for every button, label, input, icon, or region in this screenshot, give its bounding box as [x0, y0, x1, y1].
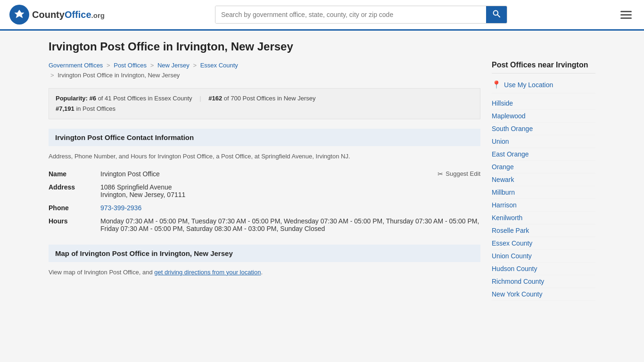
- map-desc-plain: View map of Irvington Post Office, and: [49, 269, 154, 276]
- sidebar-item-link-13[interactable]: Hudson County: [492, 265, 537, 272]
- logo-icon: [9, 5, 29, 25]
- map-desc-end: .: [261, 269, 263, 276]
- sidebar-item-link-11[interactable]: Essex County: [492, 239, 532, 247]
- sidebar-item-link-8[interactable]: Harrison: [492, 201, 517, 209]
- use-location: 📍 Use My Location: [492, 80, 595, 93]
- breadcrumb-current: Irvington Post Office in Irvington, New …: [58, 72, 180, 79]
- sidebar-item: Essex County: [492, 237, 595, 250]
- location-pin-icon: 📍: [492, 80, 501, 89]
- contact-section: Irvington Post Office Contact Informatio…: [49, 129, 480, 235]
- hours-label: Hours: [49, 214, 100, 235]
- sidebar-item-link-15[interactable]: New York County: [492, 290, 542, 298]
- sidebar-item: Newark: [492, 173, 595, 186]
- sidebar-item: Roselle Park: [492, 224, 595, 237]
- search-area: [215, 6, 507, 24]
- address-label: Address: [49, 181, 100, 201]
- sidebar-item: East Orange: [492, 148, 595, 161]
- breadcrumb-post-offices[interactable]: Post Offices: [114, 62, 147, 69]
- search-input-wrap: [215, 6, 507, 24]
- menu-bar-1: [620, 11, 632, 12]
- content-layout: Government Offices > Post Offices > New …: [49, 61, 595, 301]
- sidebar-item: Hillside: [492, 97, 595, 110]
- breadcrumb-nj[interactable]: New Jersey: [157, 62, 190, 69]
- phone-label: Phone: [49, 201, 100, 214]
- breadcrumb-gov-offices[interactable]: Government Offices: [49, 62, 103, 69]
- address-line2: Irvington, New Jersey, 07111: [100, 191, 480, 198]
- sidebar-item: Hudson County: [492, 263, 595, 275]
- search-input[interactable]: [215, 6, 486, 23]
- suggest-edit-button[interactable]: ✂ Suggest Edit: [438, 170, 480, 178]
- sidebar-list: HillsideMaplewoodSouth OrangeUnionEast O…: [492, 97, 595, 301]
- edit-icon: ✂: [438, 170, 443, 178]
- sidebar-item: Harrison: [492, 199, 595, 212]
- contact-description: Address, Phone Number, and Hours for Irv…: [49, 153, 480, 160]
- sidebar-item-link-4[interactable]: East Orange: [492, 150, 529, 158]
- use-my-location-link[interactable]: Use My Location: [504, 81, 553, 89]
- sidebar-item-link-14[interactable]: Richmond County: [492, 278, 544, 285]
- suggest-edit-label: Suggest Edit: [446, 170, 480, 177]
- sidebar-item: Union: [492, 135, 595, 148]
- sidebar: Post Offices near Irvington 📍 Use My Loc…: [492, 61, 595, 301]
- header: CountyOffice.org: [0, 0, 644, 31]
- phone-value[interactable]: 973-399-2936: [100, 204, 141, 212]
- breadcrumb: Government Offices > Post Offices > New …: [49, 61, 480, 81]
- sidebar-item-link-12[interactable]: Union County: [492, 252, 532, 260]
- map-section-header: Map of Irvington Post Office in Irvingto…: [49, 245, 480, 262]
- sidebar-item: Millburn: [492, 186, 595, 199]
- logo-area: CountyOffice.org: [9, 5, 105, 25]
- hours-value: Monday 07:30 AM - 05:00 PM, Tuesday 07:3…: [100, 217, 479, 232]
- map-description: View map of Irvington Post Office, and g…: [49, 269, 480, 276]
- sidebar-item-link-3[interactable]: Union: [492, 138, 509, 145]
- page-title: Irvington Post Office in Irvington, New …: [49, 40, 595, 53]
- page-wrap: Irvington Post Office in Irvington, New …: [39, 31, 605, 310]
- sidebar-item: South Orange: [492, 123, 595, 135]
- contact-info-table: Name Irvington Post Office ✂ Suggest Edi…: [49, 167, 480, 235]
- sidebar-item-link-2[interactable]: South Orange: [492, 125, 533, 132]
- contact-section-header: Irvington Post Office Contact Informatio…: [49, 129, 480, 146]
- sidebar-item-link-6[interactable]: Newark: [492, 176, 514, 183]
- sidebar-item: Union County: [492, 250, 595, 263]
- sidebar-item: Maplewood: [492, 110, 595, 123]
- main-content: Government Offices > Post Offices > New …: [49, 61, 480, 280]
- sidebar-item-link-9[interactable]: Kenilworth: [492, 214, 522, 222]
- sidebar-item-link-10[interactable]: Roselle Park: [492, 227, 529, 234]
- table-row-address: Address 1086 Springfield Avenue Irvingto…: [49, 181, 480, 201]
- menu-bar-3: [620, 17, 632, 19]
- sidebar-item: New York County: [492, 288, 595, 301]
- sidebar-item-link-5[interactable]: Orange: [492, 163, 514, 171]
- svg-line-3: [497, 15, 500, 17]
- sidebar-item-link-7[interactable]: Millburn: [492, 189, 515, 196]
- menu-button[interactable]: [618, 8, 635, 22]
- driving-directions-link[interactable]: get driving directions from your locatio…: [154, 269, 261, 276]
- sidebar-item: Orange: [492, 161, 595, 173]
- table-row-phone: Phone 973-399-2936: [49, 201, 480, 214]
- table-row-name: Name Irvington Post Office ✂ Suggest Edi…: [49, 167, 480, 181]
- map-section: Map of Irvington Post Office in Irvingto…: [49, 245, 480, 276]
- breadcrumb-essex[interactable]: Essex County: [200, 62, 238, 69]
- sidebar-item: Kenilworth: [492, 212, 595, 224]
- logo-text: CountyOffice.org: [32, 9, 105, 20]
- sidebar-title: Post Offices near Irvington: [492, 61, 595, 74]
- address-line1: 1086 Springfield Avenue: [100, 183, 480, 191]
- table-row-hours: Hours Monday 07:30 AM - 05:00 PM, Tuesda…: [49, 214, 480, 235]
- sidebar-item: Richmond County: [492, 275, 595, 288]
- menu-bar-2: [620, 14, 632, 16]
- search-button[interactable]: [486, 6, 507, 23]
- name-label: Name: [49, 167, 100, 181]
- sidebar-item-link-1[interactable]: Maplewood: [492, 112, 526, 120]
- sidebar-item-link-0[interactable]: Hillside: [492, 99, 513, 107]
- name-value: Irvington Post Office: [100, 170, 160, 178]
- popularity-bar: Popularity: #6 of 41 Post Offices in Ess…: [49, 88, 480, 119]
